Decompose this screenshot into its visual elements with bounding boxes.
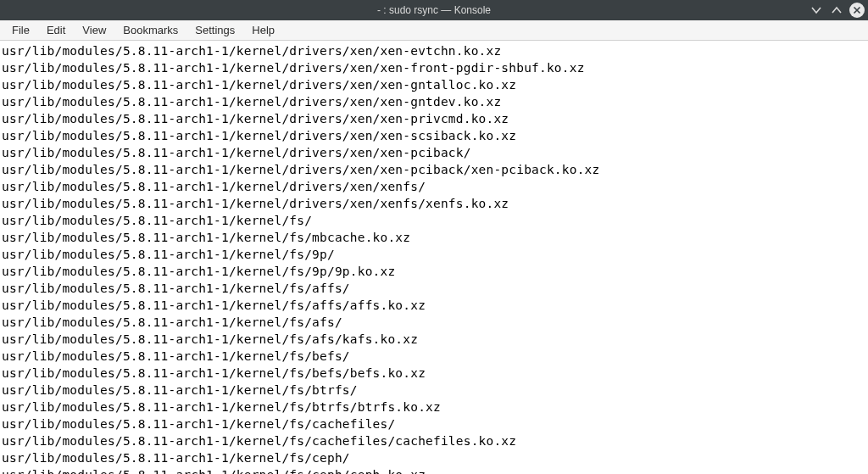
terminal-line: usr/lib/modules/5.8.11-arch1-1/kernel/fs… <box>2 229 868 246</box>
close-button[interactable] <box>849 3 865 18</box>
terminal-line: usr/lib/modules/5.8.11-arch1-1/kernel/dr… <box>2 161 868 178</box>
close-icon <box>853 6 861 14</box>
menu-bookmarks[interactable]: Bookmarks <box>114 22 186 38</box>
chevron-down-icon <box>810 4 822 16</box>
window-titlebar: - : sudo rsync — Konsole <box>0 0 868 20</box>
terminal-line: usr/lib/modules/5.8.11-arch1-1/kernel/fs… <box>2 280 868 297</box>
terminal-line: usr/lib/modules/5.8.11-arch1-1/kernel/fs… <box>2 365 868 382</box>
window-controls <box>809 0 865 20</box>
window-title: - : sudo rsync — Konsole <box>377 4 491 16</box>
terminal-line: usr/lib/modules/5.8.11-arch1-1/kernel/fs… <box>2 432 868 449</box>
terminal-line: usr/lib/modules/5.8.11-arch1-1/kernel/dr… <box>2 76 868 93</box>
menubar: File Edit View Bookmarks Settings Help <box>0 20 868 41</box>
terminal-line: usr/lib/modules/5.8.11-arch1-1/kernel/fs… <box>2 263 868 280</box>
terminal-line: usr/lib/modules/5.8.11-arch1-1/kernel/fs… <box>2 314 868 331</box>
terminal-line: usr/lib/modules/5.8.11-arch1-1/kernel/fs… <box>2 449 868 466</box>
terminal-line: usr/lib/modules/5.8.11-arch1-1/kernel/fs… <box>2 212 868 229</box>
terminal-line: usr/lib/modules/5.8.11-arch1-1/kernel/fs… <box>2 331 868 348</box>
menu-file[interactable]: File <box>3 22 38 38</box>
terminal-line: usr/lib/modules/5.8.11-arch1-1/kernel/dr… <box>2 110 868 127</box>
close-circle <box>849 3 865 18</box>
terminal-line: usr/lib/modules/5.8.11-arch1-1/kernel/dr… <box>2 93 868 110</box>
terminal-line: usr/lib/modules/5.8.11-arch1-1/kernel/fs… <box>2 348 868 365</box>
terminal-line: usr/lib/modules/5.8.11-arch1-1/kernel/dr… <box>2 178 868 195</box>
menu-help[interactable]: Help <box>243 22 283 38</box>
terminal-line: usr/lib/modules/5.8.11-arch1-1/kernel/fs… <box>2 466 868 474</box>
chevron-up-icon <box>831 4 843 16</box>
minimize-button[interactable] <box>809 3 824 18</box>
terminal-line: usr/lib/modules/5.8.11-arch1-1/kernel/fs… <box>2 297 868 314</box>
terminal-line: usr/lib/modules/5.8.11-arch1-1/kernel/dr… <box>2 127 868 144</box>
menu-settings[interactable]: Settings <box>186 22 243 38</box>
terminal-line: usr/lib/modules/5.8.11-arch1-1/kernel/fs… <box>2 246 868 263</box>
maximize-button[interactable] <box>829 3 844 18</box>
terminal-line: usr/lib/modules/5.8.11-arch1-1/kernel/fs… <box>2 415 868 432</box>
menu-edit[interactable]: Edit <box>38 22 74 38</box>
terminal-output[interactable]: usr/lib/modules/5.8.11-arch1-1/kernel/dr… <box>0 41 868 474</box>
terminal-line: usr/lib/modules/5.8.11-arch1-1/kernel/dr… <box>2 195 868 212</box>
terminal-line: usr/lib/modules/5.8.11-arch1-1/kernel/dr… <box>2 59 868 76</box>
terminal-line: usr/lib/modules/5.8.11-arch1-1/kernel/fs… <box>2 399 868 415</box>
terminal-line: usr/lib/modules/5.8.11-arch1-1/kernel/dr… <box>2 42 868 59</box>
menu-view[interactable]: View <box>74 22 114 38</box>
terminal-line: usr/lib/modules/5.8.11-arch1-1/kernel/dr… <box>2 144 868 161</box>
terminal-line: usr/lib/modules/5.8.11-arch1-1/kernel/fs… <box>2 382 868 399</box>
